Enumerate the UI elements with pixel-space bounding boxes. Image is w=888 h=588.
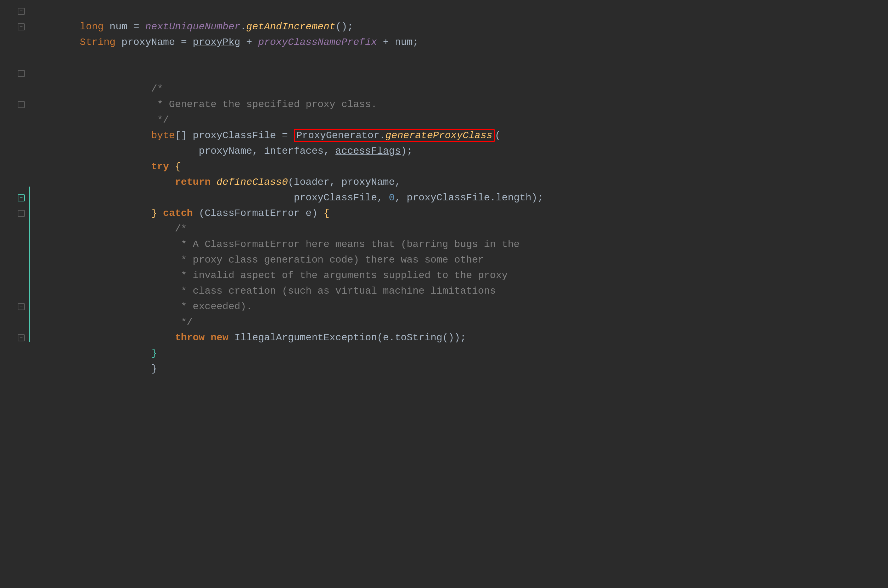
fold-row-13[interactable]: − <box>0 190 28 206</box>
token: * invalid aspect of the arguments suppli… <box>80 270 508 281</box>
fold-row-16 <box>0 237 28 252</box>
fold-icon-7[interactable]: − <box>18 101 25 108</box>
code-line-4 <box>44 50 888 66</box>
token: * Generate the specified proxy class. <box>80 99 377 110</box>
fold-row-5[interactable]: − <box>0 66 28 81</box>
fold-row-15 <box>0 221 28 237</box>
token: defineClass0 <box>217 177 288 188</box>
fold-row-22[interactable]: − <box>0 330 28 346</box>
fold-row-2[interactable]: − <box>0 19 28 34</box>
token: { <box>324 208 330 219</box>
token: * proxy class generation code) there was… <box>80 254 484 266</box>
token: */ <box>80 316 193 328</box>
code-line-1: long num = nextUniqueNumber.getAndIncrem… <box>44 3 888 19</box>
token: catch <box>163 208 193 219</box>
token: proxyName, interfaces, <box>80 146 336 156</box>
fold-row-6 <box>0 81 28 97</box>
token: (); <box>335 21 353 32</box>
token: * class creation (such as virtual machin… <box>80 285 496 297</box>
token: /* <box>80 224 187 234</box>
token: ProxyGenerator. <box>297 130 385 141</box>
fold-row-8 <box>0 112 28 128</box>
code-editor: − − − − − − − <box>0 0 888 588</box>
token: proxyName = <box>116 37 193 48</box>
fold-icon-14[interactable]: − <box>18 210 25 217</box>
token: throw <box>80 332 205 343</box>
token: try <box>80 161 169 172</box>
code-line-5: /* <box>44 66 888 81</box>
token: * exceeded). <box>80 301 252 312</box>
token: proxyPkg <box>193 37 240 48</box>
token: IllegalArgumentException(e.toString()); <box>229 332 466 343</box>
fold-row-9 <box>0 128 28 144</box>
fold-icon-5[interactable]: − <box>18 70 25 77</box>
vertical-line-1 <box>34 0 34 358</box>
token: byte <box>80 130 175 141</box>
token <box>211 177 217 188</box>
fold-row-17 <box>0 252 28 268</box>
fold-row-21 <box>0 315 28 330</box>
token: } <box>80 363 157 374</box>
token: (loader, proxyName, <box>288 177 401 188</box>
fold-row-20[interactable]: − <box>0 299 28 315</box>
fold-icon-1[interactable]: − <box>18 8 25 15</box>
code-content: long num = nextUniqueNumber.getAndIncrem… <box>41 0 888 588</box>
token: } <box>80 348 157 358</box>
token: proxyClassNamePrefix <box>258 37 377 48</box>
fold-row-7[interactable]: − <box>0 97 28 112</box>
highlight-box: ProxyGenerator.generateProxyClass <box>294 129 495 142</box>
fold-row-18 <box>0 268 28 284</box>
fold-row-14[interactable]: − <box>0 206 28 221</box>
token: , proxyClassFile.length); <box>395 192 543 203</box>
token: ); <box>401 146 413 156</box>
fold-icon-22[interactable]: − <box>18 334 25 341</box>
token: } <box>80 208 163 219</box>
code-line-8: byte[] proxyClassFile = ProxyGenerator.g… <box>44 112 888 128</box>
gutter: − − − − − − − <box>0 0 28 588</box>
fold-row-10 <box>0 144 28 159</box>
token: + num; <box>377 37 419 48</box>
code-line-6: * Generate the specified proxy class. <box>44 81 888 97</box>
fold-row-11 <box>0 159 28 175</box>
fold-icon-2[interactable]: − <box>18 23 25 30</box>
token: . <box>241 21 247 32</box>
fold-row-12 <box>0 175 28 190</box>
fold-row-4 <box>0 50 28 66</box>
token: long <box>80 21 104 32</box>
token: num = <box>104 21 145 32</box>
token: String <box>80 37 116 48</box>
token: return <box>80 177 211 188</box>
token: */ <box>80 114 169 126</box>
token <box>205 332 211 343</box>
fold-row-1[interactable]: − <box>0 3 28 19</box>
token: (ClassFormatError e) <box>193 208 324 219</box>
fold-row-19 <box>0 284 28 299</box>
token: proxyClassFile, <box>80 192 389 203</box>
token: getAndIncrement <box>246 21 335 32</box>
token: /* <box>80 83 163 94</box>
fold-row-23 <box>0 346 28 361</box>
token: 0 <box>389 192 395 203</box>
token: + <box>241 37 258 48</box>
code-line-23: } <box>44 346 888 361</box>
fold-icon-13[interactable]: − <box>18 194 25 201</box>
token: new <box>211 332 229 343</box>
fold-row-3 <box>0 34 28 50</box>
token: { <box>169 161 181 172</box>
token: ( <box>495 130 501 141</box>
token: nextUniqueNumber <box>145 21 241 32</box>
vertical-lines <box>28 0 41 588</box>
teal-vertical-bar <box>29 187 30 342</box>
token: * A ClassFormatError here means that (ba… <box>80 239 519 250</box>
token: accessFlags <box>335 146 401 156</box>
token: [] proxyClassFile = <box>175 130 294 141</box>
token: generateProxyClass <box>385 130 492 141</box>
fold-icon-20[interactable]: − <box>18 303 25 310</box>
